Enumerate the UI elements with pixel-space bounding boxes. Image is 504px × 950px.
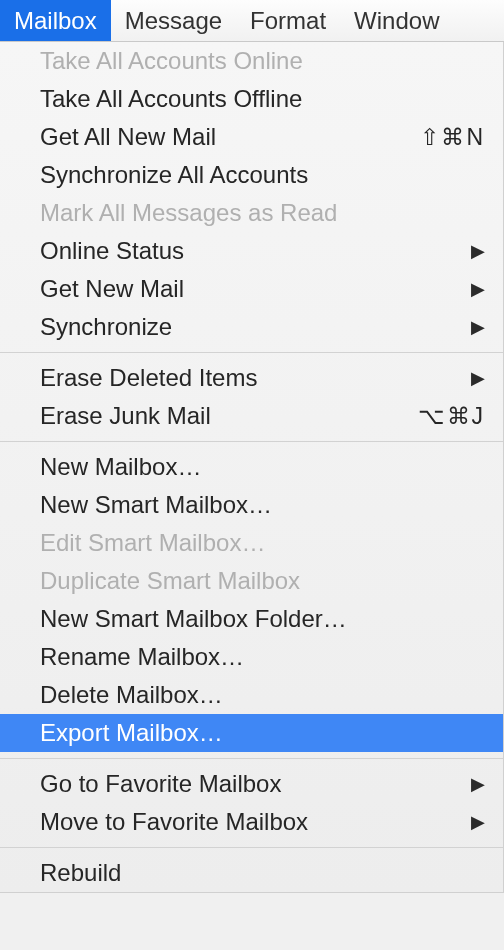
menu-item-label: Synchronize <box>40 313 459 341</box>
menu-item-online-status[interactable]: Online Status ▶ <box>0 232 503 270</box>
menu-item-label: Mark All Messages as Read <box>40 199 485 227</box>
menu-item-label: Go to Favorite Mailbox <box>40 770 459 798</box>
menu-separator <box>0 758 503 759</box>
menubar-label: Message <box>125 7 222 35</box>
menubar-label: Format <box>250 7 326 35</box>
menu-item-label: Move to Favorite Mailbox <box>40 808 459 836</box>
menu-item-new-smart-mailbox[interactable]: New Smart Mailbox… <box>0 486 503 524</box>
menu-item-label: Get All New Mail <box>40 123 402 151</box>
menu-item-rename-mailbox[interactable]: Rename Mailbox… <box>0 638 503 676</box>
menu-item-label: Edit Smart Mailbox… <box>40 529 485 557</box>
menu-item-erase-deleted[interactable]: Erase Deleted Items ▶ <box>0 359 503 397</box>
menu-item-delete-mailbox[interactable]: Delete Mailbox… <box>0 676 503 714</box>
menu-item-new-mailbox[interactable]: New Mailbox… <box>0 448 503 486</box>
submenu-arrow-icon: ▶ <box>471 278 485 300</box>
menubar-item-message[interactable]: Message <box>111 0 236 41</box>
menu-item-erase-junk[interactable]: Erase Junk Mail ⌥⌘J <box>0 397 503 435</box>
submenu-arrow-icon: ▶ <box>471 367 485 389</box>
menu-item-label: New Smart Mailbox… <box>40 491 485 519</box>
menu-item-label: Erase Deleted Items <box>40 364 459 392</box>
menu-item-synchronize[interactable]: Synchronize ▶ <box>0 308 503 346</box>
menu-item-label: Duplicate Smart Mailbox <box>40 567 485 595</box>
menu-item-label: Take All Accounts Online <box>40 47 485 75</box>
menubar: Mailbox Message Format Window <box>0 0 504 42</box>
menubar-label: Window <box>354 7 439 35</box>
menu-item-move-to-favorite[interactable]: Move to Favorite Mailbox ▶ <box>0 803 503 841</box>
menu-item-mark-all-read: Mark All Messages as Read <box>0 194 503 232</box>
menubar-item-format[interactable]: Format <box>236 0 340 41</box>
menu-item-get-new-mail[interactable]: Get New Mail ▶ <box>0 270 503 308</box>
menu-item-export-mailbox[interactable]: Export Mailbox… <box>0 714 503 752</box>
menu-item-new-smart-mailbox-folder[interactable]: New Smart Mailbox Folder… <box>0 600 503 638</box>
menu-item-label: Get New Mail <box>40 275 459 303</box>
submenu-arrow-icon: ▶ <box>471 316 485 338</box>
menu-separator <box>0 352 503 353</box>
menu-separator <box>0 441 503 442</box>
menu-item-label: Synchronize All Accounts <box>40 161 485 189</box>
menu-separator <box>0 847 503 848</box>
mailbox-dropdown: Take All Accounts Online Take All Accoun… <box>0 42 504 893</box>
menu-item-shortcut: ⇧⌘N <box>420 124 485 151</box>
menubar-item-mailbox[interactable]: Mailbox <box>0 0 111 41</box>
menu-item-label: Erase Junk Mail <box>40 402 400 430</box>
menu-item-edit-smart-mailbox: Edit Smart Mailbox… <box>0 524 503 562</box>
submenu-arrow-icon: ▶ <box>471 811 485 833</box>
menu-item-label: New Mailbox… <box>40 453 485 481</box>
menu-item-shortcut: ⌥⌘J <box>418 403 486 430</box>
menu-item-label: Rename Mailbox… <box>40 643 485 671</box>
menu-item-get-all-new-mail[interactable]: Get All New Mail ⇧⌘N <box>0 118 503 156</box>
menu-item-take-all-online: Take All Accounts Online <box>0 42 503 80</box>
menu-item-label: Export Mailbox… <box>40 719 485 747</box>
menu-item-label: Online Status <box>40 237 459 265</box>
menu-item-label: Rebuild <box>40 859 485 887</box>
submenu-arrow-icon: ▶ <box>471 773 485 795</box>
menu-item-go-to-favorite[interactable]: Go to Favorite Mailbox ▶ <box>0 765 503 803</box>
menubar-item-window[interactable]: Window <box>340 0 453 41</box>
menu-item-label: New Smart Mailbox Folder… <box>40 605 485 633</box>
menu-item-rebuild[interactable]: Rebuild <box>0 854 503 892</box>
menu-item-sync-all-accounts[interactable]: Synchronize All Accounts <box>0 156 503 194</box>
menubar-label: Mailbox <box>14 7 97 35</box>
menu-item-duplicate-smart-mailbox: Duplicate Smart Mailbox <box>0 562 503 600</box>
menu-item-take-all-offline[interactable]: Take All Accounts Offline <box>0 80 503 118</box>
menu-item-label: Take All Accounts Offline <box>40 85 485 113</box>
submenu-arrow-icon: ▶ <box>471 240 485 262</box>
menu-item-label: Delete Mailbox… <box>40 681 485 709</box>
